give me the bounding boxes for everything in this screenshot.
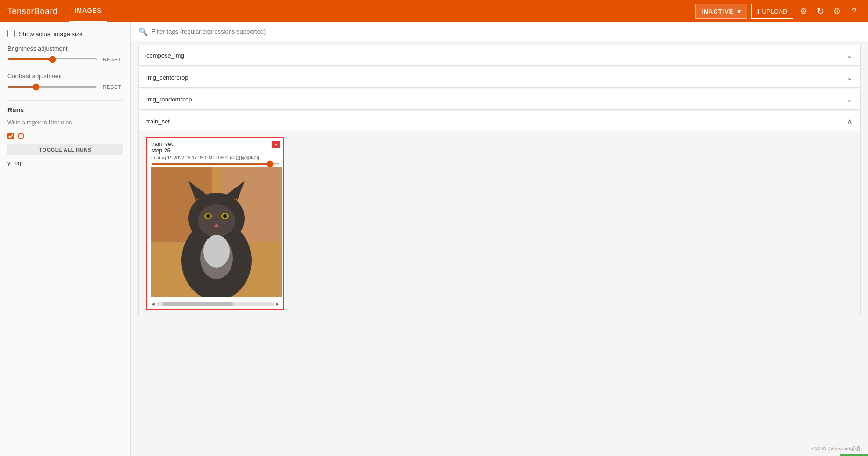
contrast-label: Contrast adjustment <box>7 72 123 80</box>
card-close-icon[interactable]: ✕ <box>272 141 280 148</box>
nav-item-images[interactable]: IMAGES <box>69 0 107 22</box>
tag-section-img-randomcrop: img_randomcrop ⌄ <box>138 89 861 110</box>
tag-content-train-set: train_set step 26 ✕ Fri Aug 19 2022 18:1… <box>139 131 860 316</box>
tag-label-img-randomcrop: img_randomcrop <box>146 96 192 103</box>
upload-button[interactable]: ℹ UPLOAD <box>751 4 793 19</box>
refresh-icon[interactable]: ↻ <box>814 5 827 18</box>
svg-rect-15 <box>151 167 282 297</box>
image-scrollbar-area: ◀ ▶ <box>147 299 283 309</box>
tag-section-train-set: train_set ∧ train_set step 26 <box>138 111 861 316</box>
inactive-label: INACTIVE <box>702 8 734 15</box>
brightness-slider[interactable] <box>7 58 97 60</box>
tags-area: compose_img ⌄ img_centercrop ⌄ img_rando… <box>131 41 868 321</box>
tag-label-train-set: train_set <box>146 118 170 125</box>
header: TensorBoard IMAGES INACTIVE ▾ ℹ UPLOAD ⚙… <box>0 0 868 22</box>
timeline-slider[interactable] <box>151 163 280 165</box>
run-name: y_log <box>7 160 123 166</box>
image-card-step: step 26 <box>151 147 173 154</box>
contrast-section: Contrast adjustment RESET <box>7 72 123 91</box>
toggle-all-runs-button[interactable]: TOGGLE ALL RUNS <box>7 144 123 155</box>
tag-header-img-randomcrop[interactable]: img_randomcrop ⌄ <box>139 89 860 109</box>
tag-header-img-centercrop[interactable]: img_centercrop ⌄ <box>139 67 860 87</box>
show-actual-size-row: Show actual image size <box>7 30 123 37</box>
content-area: 🔍 compose_img ⌄ img_centercrop ⌄ <box>131 22 868 456</box>
runs-section: Runs · TOGGLE ALL RUNS y_log <box>7 106 123 166</box>
run-dot: · <box>28 133 29 139</box>
filter-tags-input[interactable] <box>152 28 861 35</box>
timeline-slider-row <box>147 163 283 167</box>
scroll-thumb <box>163 302 233 306</box>
dropdown-arrow-icon: ▾ <box>738 8 741 15</box>
brightness-slider-row: RESET <box>7 56 123 63</box>
runs-title: Runs <box>7 106 123 114</box>
filter-bar: 🔍 <box>131 22 868 41</box>
image-card-train-set: train_set step 26 ✕ Fri Aug 19 2022 18:1… <box>146 137 284 310</box>
tag-section-img-centercrop: img_centercrop ⌄ <box>138 67 861 88</box>
help-icon[interactable]: ? <box>847 5 861 18</box>
image-display <box>151 167 282 297</box>
scroll-left-arrow-icon[interactable]: ◀ <box>151 301 155 306</box>
main-nav: IMAGES <box>69 0 107 22</box>
image-card-header: train_set step 26 ✕ <box>147 138 283 155</box>
tag-header-train-set[interactable]: train_set ∧ <box>139 111 860 131</box>
tag-label-img-centercrop: img_centercrop <box>146 74 188 81</box>
image-card-info: train_set step 26 <box>151 141 173 154</box>
chevron-down-icon-img-centercrop: ⌄ <box>846 73 853 82</box>
scroll-track[interactable] <box>157 302 274 306</box>
run-checkbox[interactable] <box>7 133 14 139</box>
chevron-up-icon-train-set: ∧ <box>847 117 853 126</box>
search-icon: 🔍 <box>138 27 148 36</box>
runs-filter-input[interactable] <box>7 117 123 128</box>
settings-icon[interactable]: ⚙ <box>797 5 810 18</box>
header-right: INACTIVE ▾ ℹ UPLOAD ⚙ ↻ ⚙ ? <box>695 4 861 19</box>
contrast-slider-row: RESET <box>7 83 123 91</box>
tag-header-compose-img[interactable]: compose_img ⌄ <box>139 45 860 65</box>
contrast-reset-button[interactable]: RESET <box>101 83 123 91</box>
show-actual-size-checkbox[interactable] <box>7 30 15 37</box>
app-logo: TensorBoard <box>7 7 58 16</box>
footer-watermark: CSDN @beyond谚语 <box>812 445 861 452</box>
footer-green-bar <box>840 454 868 456</box>
runs-toggle-row: · <box>7 133 123 139</box>
gear-icon[interactable]: ⚙ <box>831 5 844 18</box>
tag-section-compose-img: compose_img ⌄ <box>138 45 861 66</box>
chevron-down-icon-compose-img: ⌄ <box>846 51 853 60</box>
show-actual-size-label: Show actual image size <box>19 30 83 37</box>
sidebar: Show actual image size Brightness adjust… <box>0 22 131 456</box>
cat-image-svg <box>151 167 282 297</box>
main-layout: Show actual image size Brightness adjust… <box>0 22 868 456</box>
brightness-section: Brightness adjustment RESET <box>7 45 123 63</box>
run-circle-icon <box>18 133 24 139</box>
contrast-slider[interactable] <box>7 86 97 88</box>
inactive-dropdown[interactable]: INACTIVE ▾ <box>695 4 747 19</box>
scroll-right-arrow-icon[interactable]: ▶ <box>276 301 280 306</box>
upload-info-icon: ℹ <box>757 8 760 15</box>
brightness-reset-button[interactable]: RESET <box>101 56 123 63</box>
image-card-title: train_set <box>151 141 173 147</box>
chevron-down-icon-img-randomcrop: ⌄ <box>846 95 853 104</box>
brightness-label: Brightness adjustment <box>7 45 123 52</box>
sidebar-divider <box>7 100 123 101</box>
tag-label-compose-img: compose_img <box>146 52 184 59</box>
